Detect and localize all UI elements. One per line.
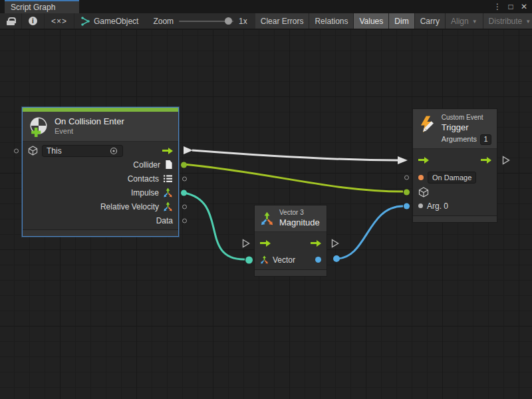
list-icon [163, 174, 173, 183]
graph-icon [81, 17, 90, 26]
gameobject-label: GameObject [94, 17, 138, 26]
carry-toggle[interactable]: Carry [415, 13, 446, 29]
zoom-slider[interactable] [179, 21, 233, 22]
control-in-triangle-icon [242, 239, 250, 248]
generic-type-icon [418, 203, 423, 208]
port-magnitude-output[interactable] [315, 257, 321, 263]
code-preview-icon: <×> [51, 17, 67, 26]
clear-errors-button[interactable]: Clear Errors [255, 13, 310, 29]
document-icon [164, 160, 173, 170]
node-surtitle: Vector 3 [279, 209, 320, 217]
port-name-input[interactable] [404, 175, 409, 180]
gameobject-breadcrumb[interactable]: GameObject [74, 13, 145, 29]
this-object-field[interactable]: This [42, 145, 123, 157]
carry-label: Carry [420, 17, 440, 26]
maximize-icon[interactable]: □ [505, 2, 516, 11]
graph-toolbar: i <×> GameObject Zoom 1x Clear Errors [0, 13, 532, 29]
vector3-icon [163, 188, 173, 198]
tab-bar: Script Graph ⋮ □ ✕ [0, 0, 532, 13]
event-name-value: On Damage [432, 174, 471, 182]
control-output-arrow-icon[interactable] [481, 157, 491, 164]
align-dropdown[interactable]: Align ▼ [446, 13, 483, 29]
node-surtitle: Custom Event [442, 114, 491, 122]
zoom-value: 1x [239, 17, 247, 26]
row-control [255, 234, 327, 253]
port-data-output[interactable] [182, 218, 187, 223]
port-label: Impulse [131, 188, 159, 198]
relations-label: Relations [315, 17, 348, 26]
port-collider-output[interactable] [181, 162, 187, 168]
port-vector-input[interactable] [245, 256, 253, 263]
node-title: Trigger [442, 122, 491, 133]
this-field-value: This [47, 146, 62, 156]
row-control [413, 151, 497, 170]
port-relative-velocity-output[interactable] [182, 204, 187, 209]
port-arg0-input[interactable] [404, 203, 410, 209]
object-picker-icon[interactable] [109, 146, 118, 156]
port-left-unconnected[interactable] [14, 148, 19, 153]
row-contacts: Contacts [23, 172, 178, 186]
node-footer [255, 269, 327, 276]
distribute-dropdown[interactable]: Distribute ▼ [483, 13, 532, 29]
node-custom-event-trigger[interactable]: Custom Event Trigger Arguments 1 [412, 108, 497, 223]
port-contacts-output[interactable] [182, 176, 187, 181]
arguments-count-field[interactable]: 1 [480, 134, 491, 145]
control-output-arrow-icon[interactable] [162, 148, 173, 154]
vector3-icon [260, 255, 269, 264]
node-footer [23, 229, 178, 236]
info-button[interactable]: i [22, 13, 45, 29]
port-label: Arg. 0 [427, 201, 448, 211]
node-subtitle: Event [55, 127, 124, 136]
zoom-control: Zoom 1x [145, 13, 255, 29]
control-input-arrow-icon[interactable] [418, 157, 429, 164]
lock-icon [7, 17, 15, 25]
lock-button[interactable] [0, 13, 22, 29]
zoom-label: Zoom [153, 17, 174, 26]
values-toggle[interactable]: Values [354, 13, 389, 29]
node-vector3-magnitude[interactable]: Vector 3 Magnitude [254, 205, 327, 277]
row-relative-velocity: Relative Velocity [23, 200, 178, 213]
control-output-arrow-icon[interactable] [311, 240, 321, 247]
event-name-field[interactable]: On Damage [428, 172, 476, 184]
relations-button[interactable]: Relations [309, 13, 354, 29]
control-out-triangle-icon [502, 156, 510, 165]
code-preview-button[interactable]: <×> [45, 13, 74, 29]
string-type-icon [418, 175, 424, 180]
node-title: Magnitude [279, 217, 320, 228]
gameobject-cube-icon [28, 146, 38, 156]
row-vector-input: Vector [255, 253, 327, 267]
port-label: Vector [273, 255, 295, 265]
chevron-down-icon: ▼ [525, 19, 531, 25]
align-label: Align [451, 17, 469, 26]
vector3-icon [260, 211, 274, 225]
row-data: Data [23, 213, 178, 227]
vector3-icon [163, 201, 173, 211]
clear-errors-label: Clear Errors [261, 17, 304, 26]
row-target [413, 186, 497, 199]
arguments-count-value: 1 [483, 135, 487, 144]
control-out-triangle-icon [331, 239, 339, 248]
info-icon: i [29, 17, 37, 25]
arguments-label: Arguments [442, 135, 477, 144]
dim-label: Dim [394, 17, 408, 26]
port-label: Collider [133, 160, 160, 170]
tab-label: Script Graph [11, 3, 55, 12]
port-label: Data [156, 216, 173, 225]
control-input-arrow-icon[interactable] [260, 240, 271, 247]
more-menu-icon[interactable]: ⋮ [492, 2, 503, 11]
row-arg0: Arg. 0 [413, 199, 497, 213]
dim-toggle[interactable]: Dim [389, 13, 414, 29]
zoom-slider-handle[interactable] [225, 17, 232, 25]
tab-script-graph[interactable]: Script Graph [5, 0, 79, 13]
close-icon[interactable]: ✕ [519, 2, 529, 11]
custom-event-icon [418, 114, 436, 135]
node-on-collision-enter[interactable]: On Collision Enter Event This [22, 107, 179, 237]
chevron-down-icon: ▼ [472, 19, 477, 25]
gameobject-cube-icon [418, 187, 429, 198]
distribute-label: Distribute [489, 17, 523, 26]
node-title: On Collision Enter [55, 116, 124, 127]
port-label: Relative Velocity [100, 202, 159, 211]
row-impulse: Impulse [23, 186, 178, 200]
port-impulse-output[interactable] [181, 190, 187, 196]
port-target-input[interactable] [404, 189, 410, 195]
